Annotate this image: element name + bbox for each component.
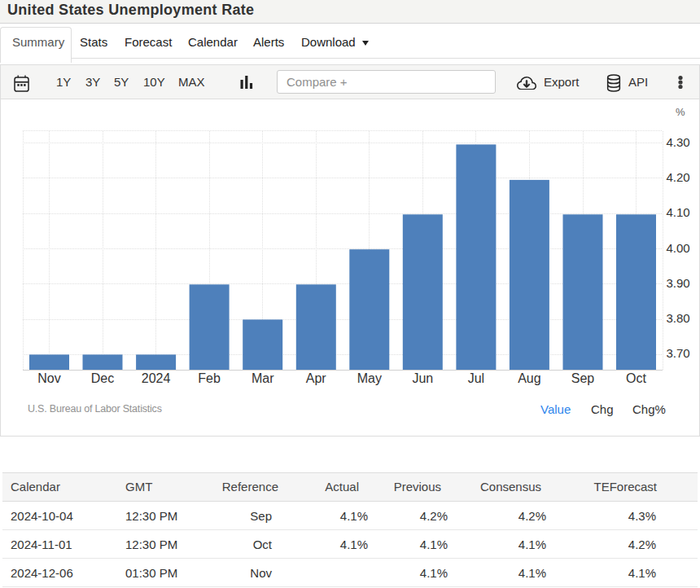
svg-text:3.80: 3.80 [667, 311, 690, 325]
svg-text:3.70: 3.70 [667, 346, 690, 360]
svg-text:4.20: 4.20 [667, 170, 690, 184]
svg-text:Oct: Oct [626, 371, 646, 385]
svg-text:Sep: Sep [571, 371, 595, 385]
svg-text:Nov: Nov [37, 371, 60, 385]
svg-text:4.30: 4.30 [667, 135, 690, 149]
svg-text:3.90: 3.90 [667, 276, 690, 290]
svg-text:4.10: 4.10 [667, 205, 690, 219]
svg-text:2024: 2024 [142, 371, 171, 385]
svg-text:Aug: Aug [518, 371, 540, 385]
svg-text:Apr: Apr [306, 371, 327, 385]
svg-text:4.00: 4.00 [667, 241, 690, 255]
svg-text:%: % [676, 106, 685, 118]
svg-text:Jun: Jun [412, 371, 433, 385]
svg-text:Mar: Mar [252, 371, 274, 385]
svg-text:May: May [357, 371, 382, 385]
svg-text:Jul: Jul [468, 371, 484, 385]
svg-text:Dec: Dec [91, 371, 114, 385]
svg-text:Feb: Feb [198, 371, 221, 385]
